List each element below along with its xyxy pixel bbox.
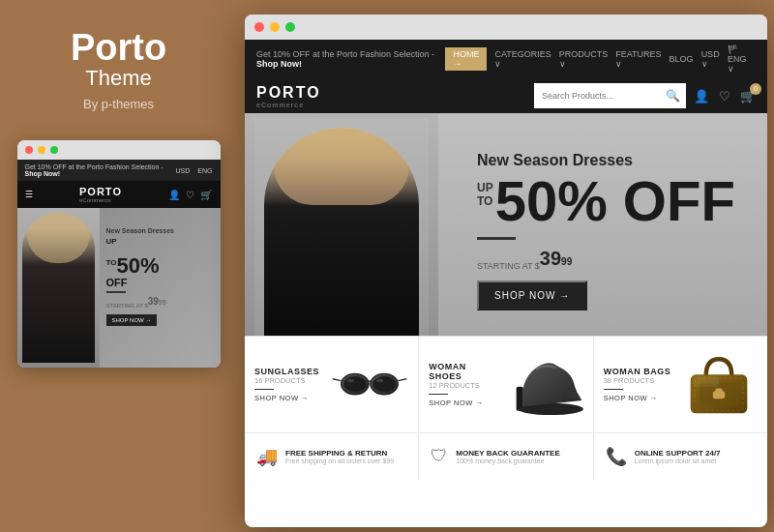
category-sunglasses: SUNGLASSES 16 PRODUCTS SHOP NOW → <box>245 337 419 432</box>
hero-shop-button[interactable]: SHOP NOW → <box>477 281 587 310</box>
main-home-btn[interactable]: HOME → <box>445 47 487 71</box>
nav-blog[interactable]: BLOG <box>670 54 694 64</box>
main-topbar: Get 10% OFF at the Porto Fashion Selecti… <box>245 40 767 78</box>
mini-currency: USD <box>176 167 191 174</box>
mini-shop-button[interactable]: SHOP NOW → <box>106 314 158 326</box>
wishlist-icon[interactable]: ♡ <box>719 89 730 103</box>
user-icon[interactable]: 👤 <box>694 89 709 103</box>
svg-line-4 <box>333 378 342 380</box>
shipping-text: FREE SHIPPING & RETURN Free shipping on … <box>285 449 394 464</box>
mini-promo-text: Get 10% OFF at the Porto Fashion Selecti… <box>25 163 176 177</box>
hero-starting-text: STARTING AT $3999 <box>477 248 738 271</box>
main-topbar-right: HOME → CATEGORIES ∨ PRODUCTS ∨ FEATURES … <box>445 44 756 74</box>
shoes-products: 12 PRODUCTS <box>429 381 497 390</box>
sunglasses-shop[interactable]: SHOP NOW → <box>254 394 323 402</box>
minimize-dot <box>38 146 45 154</box>
mini-wish-icon[interactable]: ♡ <box>186 190 194 200</box>
bags-info: WOMAN BAGS 38 PRODUCTS SHOP NOW → <box>604 367 672 403</box>
support-icon: 📞 <box>606 446 627 467</box>
shoes-image <box>506 346 583 424</box>
main-minimize-dot <box>270 22 280 32</box>
bag-svg <box>680 346 758 424</box>
mini-cart-icon[interactable]: 🛒 <box>200 190 212 200</box>
main-hero: New Season Dresses UPTO 50% OFF STARTING… <box>245 113 767 336</box>
shoes-title: WOMAN SHOES <box>429 362 497 381</box>
cart-icon[interactable]: 🛒0 <box>740 89 756 103</box>
nav-lang[interactable]: 🏴 ENG ∨ <box>728 44 756 74</box>
mini-upto-label: UPTO <box>106 237 117 267</box>
bags-divider <box>604 389 623 391</box>
brand-by: By p-themes <box>83 97 154 111</box>
mini-topbar: Get 10% OFF at the Porto Fashion Selecti… <box>17 160 221 181</box>
footer-support: 📞 ONLINE SUPPORT 24/7 Lorem ipsum dolor … <box>594 433 767 479</box>
main-close-dot <box>254 22 264 32</box>
hero-divider <box>477 237 516 240</box>
brand-title: Porto <box>71 29 166 66</box>
main-browser: Get 10% OFF at the Porto Fashion Selecti… <box>245 15 767 527</box>
main-logo-sub: eCommerce <box>256 102 321 108</box>
mini-logo: PORTO <box>79 186 122 197</box>
category-bags: WOMAN BAGS 38 PRODUCTS SHOP NOW → <box>594 337 767 432</box>
money-icon: 🛡 <box>431 446 448 466</box>
mini-hero-image <box>17 208 100 368</box>
hamburger-icon[interactable]: ☰ <box>25 190 33 199</box>
search-input[interactable] <box>534 84 660 107</box>
mini-divider <box>106 291 126 293</box>
main-promo-text: Get 10% OFF at the Porto Fashion Selecti… <box>256 49 445 69</box>
left-panel: Porto Theme By p-themes Get 10% OFF at t… <box>0 0 237 532</box>
nav-features[interactable]: FEATURES ∨ <box>615 49 661 69</box>
nav-usd[interactable]: USD ∨ <box>701 49 720 69</box>
sunglasses-info: SUNGLASSES 16 PRODUCTS SHOP NOW → <box>254 367 323 403</box>
hero-percent-block: UPTO 50% OFF <box>477 173 738 229</box>
svg-point-6 <box>347 378 354 382</box>
mini-nav-icons: 👤 ♡ 🛒 <box>168 190 212 200</box>
footer-bar: 🚚 FREE SHIPPING & RETURN Free shipping o… <box>245 432 767 479</box>
shoe-svg <box>506 346 583 424</box>
mini-shop-now: Shop Now! <box>25 170 61 177</box>
nav-products[interactable]: PRODUCTS ∨ <box>559 49 609 69</box>
svg-point-1 <box>344 376 367 392</box>
mini-titlebar <box>17 140 221 160</box>
mini-browser: Get 10% OFF at the Porto Fashion Selecti… <box>17 140 221 368</box>
footer-shipping: 🚚 FREE SHIPPING & RETURN Free shipping o… <box>245 433 419 479</box>
upto-label: UPTO <box>477 181 493 209</box>
shipping-title: FREE SHIPPING & RETURN <box>285 449 394 458</box>
mini-nav: ☰ PORTO eCommerce 👤 ♡ 🛒 <box>17 181 221 208</box>
money-text: MONEY BACK GUARANTEE 100% money back gua… <box>456 449 559 464</box>
bags-shop[interactable]: SHOP NOW → <box>604 394 672 402</box>
bags-title: WOMAN BAGS <box>604 367 672 376</box>
money-subtitle: 100% money back guarantee <box>456 458 559 464</box>
support-title: ONLINE SUPPORT 24/7 <box>635 449 721 458</box>
main-nav-icons: 👤 ♡ 🛒0 <box>694 89 756 103</box>
hero-model-image <box>245 113 438 336</box>
sunglasses-products: 16 PRODUCTS <box>254 376 323 385</box>
hero-percent: 50% OFF <box>495 173 735 229</box>
category-shoes: WOMAN SHOES 12 PRODUCTS SHOP NOW → <box>419 337 593 432</box>
shoes-shop[interactable]: SHOP NOW → <box>429 399 497 407</box>
main-nav: PORTO eCommerce 🔍 👤 ♡ 🛒0 <box>245 78 767 113</box>
bags-products: 38 PRODUCTS <box>604 376 672 385</box>
nav-categories[interactable]: CATEGORIES ∨ <box>494 49 551 69</box>
mini-logo-sub: eCommerce <box>79 197 122 203</box>
category-row: SUNGLASSES 16 PRODUCTS SHOP NOW → <box>245 336 767 432</box>
cart-count: 0 <box>750 83 761 95</box>
sunglasses-title: SUNGLASSES <box>254 367 323 376</box>
search-button[interactable]: 🔍 <box>660 84 686 107</box>
mini-hero-content: New Season Dresses UPTO50% OFF STARTING … <box>106 227 213 326</box>
mini-percent: 50% <box>116 253 159 278</box>
money-title: MONEY BACK GUARANTEE <box>456 449 559 458</box>
shoes-divider <box>429 394 448 396</box>
main-maximize-dot <box>285 22 295 32</box>
main-titlebar <box>245 15 767 40</box>
mini-user-icon[interactable]: 👤 <box>168 190 180 200</box>
main-shop-now-link[interactable]: Shop Now! <box>256 59 302 69</box>
mini-off-label: OFF <box>106 277 213 288</box>
sunglasses-svg <box>331 361 408 409</box>
mini-hero: New Season Dresses UPTO50% OFF STARTING … <box>17 208 221 368</box>
svg-line-5 <box>399 378 407 380</box>
mini-topbar-right: USD ENG <box>176 167 213 174</box>
sunglasses-image <box>331 346 408 424</box>
hero-season-label: New Season Dresses <box>477 152 738 169</box>
shipping-subtitle: Free shipping on all orders over $99 <box>285 458 394 464</box>
mini-lang: ENG <box>197 167 212 174</box>
